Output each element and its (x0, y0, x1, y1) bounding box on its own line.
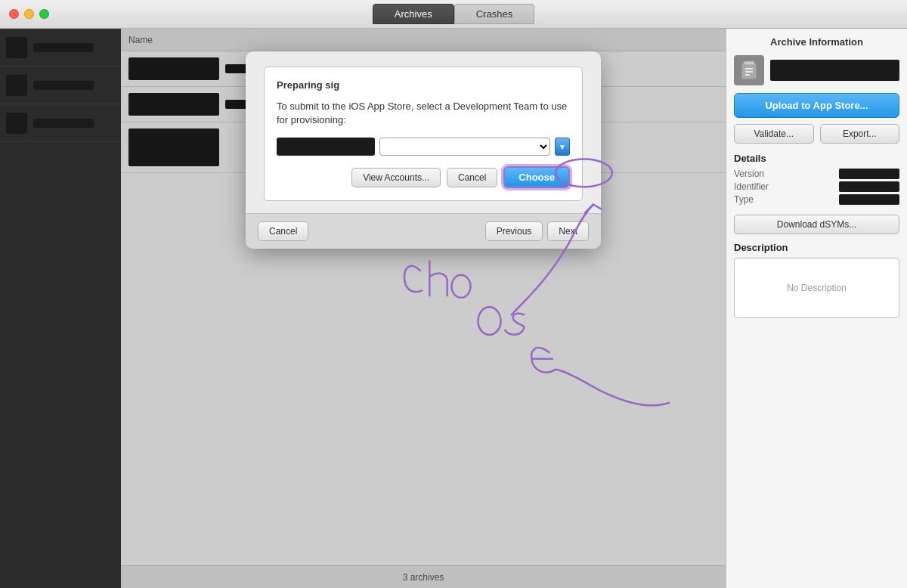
archive-icon (734, 55, 764, 85)
dropdown-row: ▼ (277, 138, 570, 156)
detail-row-version: Version (734, 169, 899, 179)
cancel-button[interactable]: Cancel (447, 168, 497, 187)
dropdown-arrow-icon[interactable]: ▼ (555, 138, 570, 156)
version-value (839, 169, 899, 179)
sidebar-icon-3 (6, 113, 27, 134)
next-button[interactable]: Next (547, 221, 589, 241)
type-value (839, 194, 899, 205)
tab-archives[interactable]: Archives (373, 4, 454, 24)
detail-row-identifier: Identifier (734, 181, 899, 192)
right-panel: Archive Information Upload to App Store.… (726, 29, 907, 588)
sidebar-label-3 (33, 119, 94, 128)
validate-button[interactable]: Validate... (734, 124, 814, 144)
action-buttons: Validate... Export... (734, 124, 899, 144)
dialog-overlay: Preparing sig To submit to the iOS App S… (121, 29, 726, 588)
cancel-footer-button[interactable]: Cancel (258, 221, 308, 241)
sidebar-item-3[interactable] (0, 104, 121, 142)
close-button[interactable] (9, 9, 19, 19)
tab-bar: Archives Crashes (373, 4, 534, 24)
dialog-body: Preparing sig To submit to the iOS App S… (264, 67, 583, 201)
minimize-button[interactable] (24, 9, 34, 19)
footer-nav-buttons: Previous Next (485, 221, 589, 241)
description-section: Description No Description (734, 242, 899, 580)
archive-information-title: Archive Information (734, 36, 899, 48)
description-box: No Description (734, 258, 899, 318)
preparing-label: Preparing sig (277, 79, 570, 91)
center-area: Name 3 archives Preparing (121, 29, 726, 588)
identifier-label: Identifier (734, 181, 769, 192)
upload-to-app-store-button[interactable]: Upload to App Store... (734, 93, 899, 118)
choose-button[interactable]: Choose (503, 166, 570, 188)
view-accounts-button[interactable]: View Accounts... (351, 168, 441, 187)
svg-rect-4 (744, 61, 754, 65)
main-layout: Name 3 archives Preparing (0, 29, 907, 588)
details-section: Details Version Identifier Type (734, 153, 899, 207)
dialog-instruction: To submit to the iOS App Store, select a… (277, 100, 570, 127)
dialog-footer: Cancel Previous Next (246, 213, 601, 249)
dialog: Preparing sig To submit to the iOS App S… (246, 51, 601, 249)
download-dsyms-button[interactable]: Download dSYMs... (734, 215, 899, 234)
sidebar (0, 29, 121, 588)
titlebar: Archives Crashes (0, 0, 907, 29)
description-title: Description (734, 242, 899, 253)
archive-name-block (770, 60, 899, 81)
sidebar-label-2 (33, 81, 94, 90)
maximize-button[interactable] (39, 9, 49, 19)
team-dropdown[interactable] (379, 138, 550, 156)
details-title: Details (734, 153, 899, 164)
dropdown-black-value (277, 138, 375, 156)
type-label: Type (734, 194, 754, 205)
export-button[interactable]: Export... (820, 124, 900, 144)
previous-button[interactable]: Previous (485, 221, 543, 241)
traffic-lights (9, 9, 49, 19)
sidebar-label-1 (33, 43, 94, 52)
version-label: Version (734, 169, 764, 179)
description-placeholder: No Description (787, 283, 847, 293)
dialog-buttons: View Accounts... Cancel Choose (277, 166, 570, 188)
sidebar-item-1[interactable] (0, 29, 121, 67)
sidebar-item-2[interactable] (0, 67, 121, 104)
tab-crashes[interactable]: Crashes (454, 4, 534, 24)
detail-row-type: Type (734, 194, 899, 205)
identifier-value (839, 181, 899, 192)
dialog-inner: Preparing sig To submit to the iOS App S… (246, 51, 601, 213)
sidebar-icon-1 (6, 37, 27, 58)
archive-icon-area (734, 55, 899, 85)
sidebar-icon-2 (6, 75, 27, 96)
